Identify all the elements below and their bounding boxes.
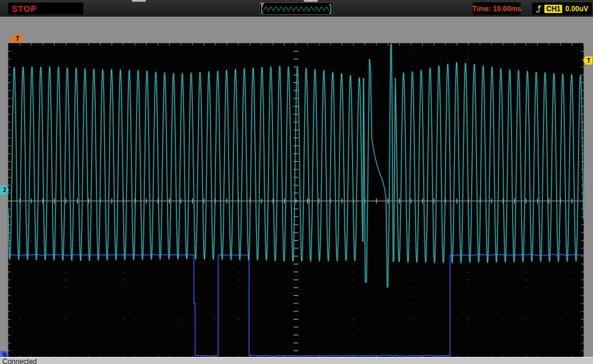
scope-canvas[interactable] [8,43,584,359]
trigger-source-badge: CH1 [544,5,562,13]
trigger-level-marker[interactable]: T [583,56,592,65]
trigger-time-marker[interactable]: T [10,34,23,43]
toolbar-tab-stub [304,0,318,2]
connection-status: Connected [0,357,593,364]
status-bar: Connected [0,357,593,364]
oscilloscope-app: STOP Time: 10.00ms CH1 0.00uV T 2 [0,0,593,364]
trigger-readout: CH1 0.00uV [532,2,592,15]
top-toolbar: STOP Time: 10.00ms CH1 0.00uV [0,0,593,17]
timebase-label: Time: 10.00ms [472,5,521,13]
run-stop-indicator[interactable]: STOP [8,2,84,15]
trigger-level-readout: 0.00uV [565,5,588,13]
scope-panel: T 2 5 T CH2 5.00V CH5 5.00V [0,17,593,357]
scope-display [8,43,584,359]
run-state-label: STOP [8,4,37,14]
toolbar-tab-stub [132,0,146,2]
edge-trigger-icon [535,4,541,14]
timebase-readout: Time: 10.00ms [473,2,521,15]
waveform-preview-icon [260,3,333,14]
waveform-preview[interactable] [259,2,333,15]
